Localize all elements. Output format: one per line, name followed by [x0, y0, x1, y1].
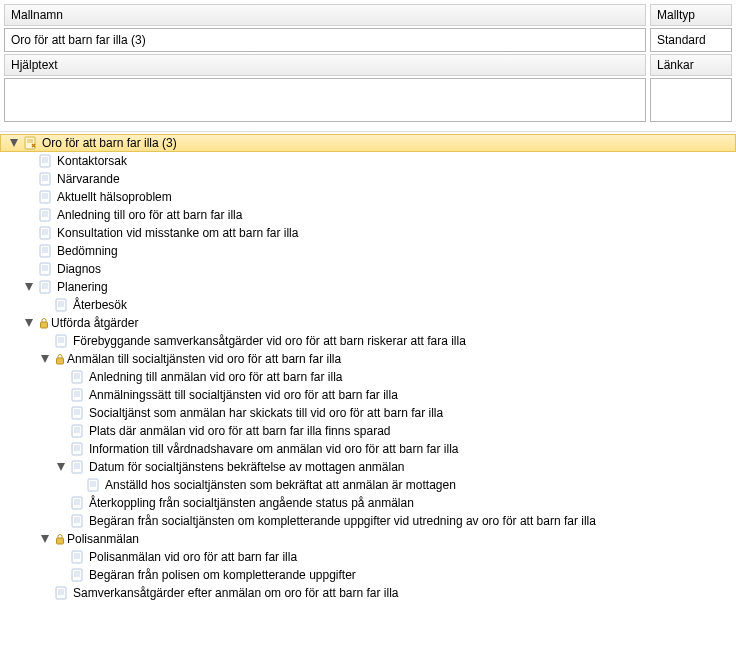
tree-item-socialtjanst-skickat[interactable]: Socialtjänst som anmälan har skickats ti…	[48, 404, 736, 422]
document-edit-icon	[24, 136, 38, 150]
tree-item-datum-bekraftelse[interactable]: Datum för socialtjänstens bekräftelse av…	[48, 458, 736, 476]
tree-item-planering[interactable]: Planering	[16, 278, 736, 296]
malltyp-input[interactable]	[650, 28, 732, 52]
page-icon	[39, 172, 53, 186]
lock-icon	[55, 533, 65, 545]
page-icon	[39, 190, 53, 204]
tree-item-aterkoppling[interactable]: Återkoppling från socialtjänsten angåend…	[48, 494, 736, 512]
tree-item-info-vardnadshavare[interactable]: Information till vårdnadshavare om anmäl…	[48, 440, 736, 458]
page-icon	[71, 370, 85, 384]
tree-item-utforda-atgarder[interactable]: Utförda åtgärder	[16, 314, 736, 332]
collapse-icon[interactable]	[24, 282, 35, 293]
collapse-icon[interactable]	[40, 354, 51, 365]
page-icon	[71, 568, 85, 582]
tree-item-begaran-polis[interactable]: Begäran från polisen om kompletterande u…	[48, 566, 736, 584]
tree-item-konsultation[interactable]: Konsultation vid misstanke om att barn f…	[16, 224, 736, 242]
lankar-label: Länkar	[650, 54, 732, 76]
malltyp-label: Malltyp	[650, 4, 732, 26]
hjalptext-label: Hjälptext	[4, 54, 646, 76]
form-area: Mallnamn Malltyp Hjälptext Länkar	[0, 0, 736, 131]
tree-item-anledning-oro[interactable]: Anledning till oro för att barn far illa	[16, 206, 736, 224]
page-icon	[39, 208, 53, 222]
collapse-icon[interactable]	[56, 462, 67, 473]
page-icon	[39, 244, 53, 258]
tree-item-begaran-social[interactable]: Begäran från socialtjänsten om komplette…	[48, 512, 736, 530]
collapse-icon[interactable]	[24, 318, 35, 329]
tree-item-aterbesok[interactable]: Återbesök	[32, 296, 736, 314]
tree-item-anstalld-bekraftat[interactable]: Anställd hos socialtjänsten som bekräfta…	[64, 476, 736, 494]
tree-item-aktuellt-halsoproblem[interactable]: Aktuellt hälsoproblem	[16, 188, 736, 206]
lankar-textarea[interactable]	[650, 78, 732, 122]
page-icon	[71, 550, 85, 564]
page-icon	[39, 154, 53, 168]
tree-area: Oro för att barn far illa (3) Kontaktors…	[0, 131, 736, 608]
page-icon	[55, 298, 69, 312]
mallnamn-input[interactable]	[4, 28, 646, 52]
tree-item-anmalningssatt[interactable]: Anmälningssätt till socialtjänsten vid o…	[48, 386, 736, 404]
collapse-icon[interactable]	[9, 138, 20, 149]
mallnamn-label: Mallnamn	[4, 4, 646, 26]
page-icon	[71, 514, 85, 528]
collapse-icon[interactable]	[40, 534, 51, 545]
tree-root-label: Oro för att barn far illa (3)	[42, 136, 177, 150]
page-icon	[71, 388, 85, 402]
page-icon	[55, 334, 69, 348]
page-icon	[71, 406, 85, 420]
tree-item-bedomning[interactable]: Bedömning	[16, 242, 736, 260]
tree-item-diagnos[interactable]: Diagnos	[16, 260, 736, 278]
tree-root[interactable]: Oro för att barn far illa (3)	[0, 134, 736, 152]
page-icon	[39, 262, 53, 276]
tree-item-anledning-anmalan[interactable]: Anledning till anmälan vid oro för att b…	[48, 368, 736, 386]
tree-item-polisanmalan-oro[interactable]: Polisanmälan vid oro för att barn far il…	[48, 548, 736, 566]
page-icon	[87, 478, 101, 492]
hjalptext-textarea[interactable]	[4, 78, 646, 122]
page-icon	[71, 442, 85, 456]
tree-item-polisanmalan[interactable]: Polisanmälan	[32, 530, 736, 548]
tree-item-plats-sparad[interactable]: Plats där anmälan vid oro för att barn f…	[48, 422, 736, 440]
tree-item-kontaktorsak[interactable]: Kontaktorsak	[16, 152, 736, 170]
page-icon	[71, 496, 85, 510]
page-icon	[39, 280, 53, 294]
tree-item-narvarande[interactable]: Närvarande	[16, 170, 736, 188]
lock-icon	[55, 353, 65, 365]
page-icon	[71, 424, 85, 438]
tree-item-forebyggande[interactable]: Förebyggande samverkansåtgärder vid oro …	[32, 332, 736, 350]
page-icon	[39, 226, 53, 240]
page-icon	[71, 460, 85, 474]
page-icon	[55, 586, 69, 600]
tree-item-samverkan-efter[interactable]: Samverkansåtgärder efter anmälan om oro …	[32, 584, 736, 602]
lock-icon	[39, 317, 49, 329]
tree-item-anmalan-social[interactable]: Anmälan till socialtjänsten vid oro för …	[32, 350, 736, 368]
